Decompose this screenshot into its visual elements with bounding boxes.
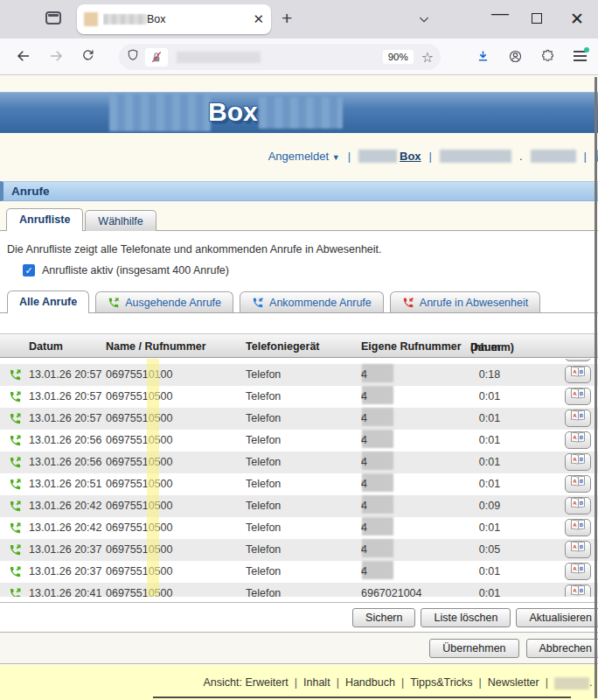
- download-icon[interactable]: [476, 49, 490, 67]
- call-duration: 0:01: [463, 452, 516, 473]
- window-minimize-button[interactable]: —: [491, 4, 509, 24]
- firefox-view-icon[interactable]: [45, 11, 61, 24]
- footer-link-tipps[interactable]: Tipps&Tricks: [410, 676, 472, 689]
- checkbox-label: Anrufliste aktiv (insgesamt 400 Anrufe): [42, 264, 229, 276]
- footer-link-ansicht[interactable]: Ansicht: Erweitert: [204, 676, 289, 689]
- box-home-link[interactable]: Box: [400, 150, 421, 163]
- refresh-button[interactable]: Aktualisieren: [516, 608, 598, 627]
- phonebook-button[interactable]: AB: [565, 359, 591, 361]
- save-button[interactable]: Sichern: [352, 608, 415, 627]
- filter-tab-outgoing[interactable]: Ausgehende Anrufe: [95, 291, 233, 312]
- back-button-icon[interactable]: [16, 48, 31, 67]
- logged-in-menu[interactable]: Angemeldet ▼: [268, 150, 340, 163]
- section-title-bar: Anrufe: [0, 181, 598, 201]
- call-number: 06975510500: [106, 517, 172, 539]
- incoming-call-icon: [252, 297, 264, 309]
- filter-tab-missed[interactable]: Anrufe in Abwesenheit: [390, 291, 540, 312]
- shield-icon[interactable]: [126, 48, 140, 66]
- call-duration: 0:01: [463, 473, 516, 495]
- call-duration: 0:05: [463, 539, 516, 561]
- phonebook-button[interactable]: AB: [565, 410, 591, 427]
- outgoing-call-icon: [9, 587, 22, 597]
- bookmark-star-icon[interactable]: ☆: [421, 49, 434, 66]
- phonebook-button[interactable]: AB: [565, 388, 591, 405]
- phonebook-button[interactable]: AB: [565, 563, 591, 580]
- apply-button[interactable]: Übernehmen: [429, 639, 518, 658]
- phonebook-button[interactable]: AB: [565, 453, 591, 471]
- phonebook-button[interactable]: AB: [565, 584, 591, 597]
- call-device: Telefon: [246, 452, 281, 473]
- header-menu: Angemeldet ▼ | Box | . | ?: [0, 147, 598, 164]
- tab-close-icon[interactable]: ✕: [253, 11, 264, 27]
- browser-window: Box ✕ + — ✕ 90% ☆: [0, 0, 598, 700]
- logo-redacted-left: [109, 94, 211, 131]
- outgoing-call-icon: [9, 368, 22, 382]
- site-footer: Ansicht: Erweitert|Inhalt|Handbuch|Tipps…: [0, 665, 598, 700]
- outgoing-call-icon: [9, 543, 22, 556]
- tab-title-redacted: [103, 14, 147, 24]
- filter-tab-all[interactable]: Alle Anrufe: [7, 290, 89, 313]
- form-button-row: Übernehmen Abbrechen: [0, 632, 598, 664]
- phonebook-button[interactable]: AB: [565, 497, 591, 514]
- extensions-puzzle-icon[interactable]: [540, 49, 555, 67]
- outgoing-call-icon: [9, 500, 22, 513]
- window-close-button[interactable]: ✕: [570, 9, 584, 29]
- url-bar[interactable]: 90% ☆: [119, 44, 441, 70]
- table-row: 13.01.26 20:57 06975510100 Telefon 6964 …: [0, 364, 598, 386]
- own-number: 6967021004: [361, 583, 422, 597]
- table-row: 13.01.26 20:42 06975510500 Telefon 6964 …: [0, 517, 598, 539]
- table-header: Datum Name / Rufnummer Telefoniegerät Ei…: [0, 333, 598, 358]
- outgoing-call-icon: [108, 297, 120, 309]
- call-filter-tabs: Alle Anrufe Ausgehende Anrufe Ankommende…: [0, 289, 598, 313]
- account-icon[interactable]: [508, 49, 523, 67]
- phonebook-button[interactable]: AB: [565, 519, 591, 536]
- footer-separator: |: [401, 676, 404, 689]
- outgoing-call-icon: [9, 456, 22, 469]
- menu-redacted-1: [358, 150, 397, 163]
- menu-hamburger-icon[interactable]: [574, 51, 587, 61]
- site-header-bar: Box: [0, 92, 598, 133]
- page-scrollbar[interactable]: [595, 77, 597, 698]
- filter-tab-incoming[interactable]: Ankommende Anrufe: [240, 291, 384, 312]
- phonebook-button[interactable]: AB: [565, 541, 591, 558]
- checkbox-checked[interactable]: ✓: [23, 264, 35, 276]
- tab-waehlhilfe[interactable]: Wählhilfe: [85, 210, 156, 231]
- browser-tab-bar: Box ✕ + — ✕: [0, 0, 598, 38]
- page-title: Anrufe: [11, 185, 50, 198]
- call-device: Telefon: [246, 408, 281, 430]
- call-device: Telefon: [246, 495, 281, 517]
- cancel-button[interactable]: Abbrechen: [526, 639, 598, 658]
- new-tab-button[interactable]: +: [282, 8, 292, 29]
- call-date: 13.01.26 20:56: [29, 430, 101, 452]
- delete-list-button[interactable]: Liste löschen: [421, 608, 511, 627]
- menu-redacted-2: [440, 150, 511, 163]
- table-row: 13.01.26 20:56 06975510500 Telefon 6964 …: [0, 452, 598, 473]
- tab-list-chevron-icon[interactable]: [418, 13, 430, 29]
- tab-anrufliste[interactable]: Anrufliste: [6, 208, 83, 231]
- table-row: 13.01.26 20:42 06975510500 Telefon 6964 …: [0, 495, 598, 517]
- window-maximize-button[interactable]: [532, 13, 542, 24]
- table-row: 13.01.26 20:57 06975510500 Telefon 6964 …: [0, 408, 598, 430]
- zoom-level-badge[interactable]: 90%: [383, 50, 414, 64]
- col-eigene-rufnummer: Eigene Rufnummer: [361, 340, 462, 353]
- content-panel: Die Anrufliste zeigt alle Telefonate und…: [0, 230, 598, 632]
- call-date: 13.01.26 20:37: [29, 539, 101, 561]
- site-logo: Box: [208, 97, 258, 127]
- footer-separator: |: [295, 676, 297, 689]
- call-device: Telefon: [246, 386, 281, 408]
- insecure-lock-icon[interactable]: [145, 48, 168, 66]
- browser-tab[interactable]: Box ✕: [77, 4, 271, 34]
- footer-link-newsletter[interactable]: Newsletter: [488, 676, 539, 689]
- footer-link-inhalt[interactable]: Inhalt: [303, 676, 330, 689]
- phonebook-button[interactable]: AB: [565, 475, 591, 493]
- phonebook-button[interactable]: AB: [565, 366, 591, 383]
- footer-link-handbuch[interactable]: Handbuch: [345, 676, 395, 689]
- forward-button-icon[interactable]: [48, 48, 64, 67]
- phonebook-button[interactable]: AB: [565, 431, 591, 449]
- reload-button-icon[interactable]: [80, 48, 95, 66]
- table-row: 13.01.26 20:56 06975510500 Telefon 6964 …: [0, 430, 598, 452]
- browser-toolbar: 90% ☆: [0, 38, 598, 75]
- list-buttons: Sichern Liste löschen Aktualisieren: [0, 608, 598, 627]
- tab-favicon-redacted: [84, 12, 98, 26]
- call-date: 13.01.26 20:57: [29, 386, 101, 408]
